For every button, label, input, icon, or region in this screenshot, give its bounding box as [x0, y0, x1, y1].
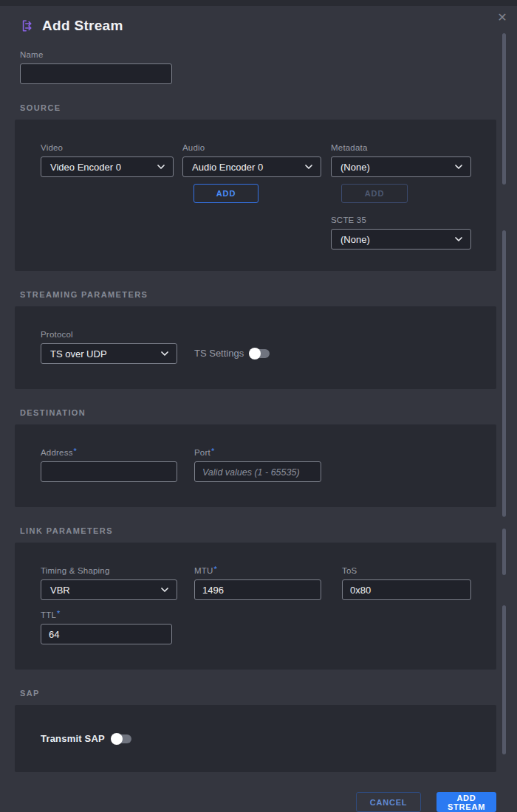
section-title-destination: DESTINATION	[20, 408, 496, 417]
streaming-panel: Protocol TS over UDP TS Settings	[15, 306, 496, 389]
address-label: Address*	[41, 448, 177, 457]
chevron-down-icon	[305, 165, 312, 169]
destination-panel: Address* Port*	[15, 424, 496, 507]
scrollbar-thumb[interactable]	[502, 529, 506, 575]
add-audio-button[interactable]: ADD	[194, 184, 258, 203]
section-title-source: SOURCE	[20, 103, 496, 112]
add-stream-dialog: ✕ Add Stream Name SOURCE Video Video Enc…	[0, 6, 517, 812]
metadata-select[interactable]: (None)	[331, 156, 471, 177]
ts-settings-toggle[interactable]	[250, 349, 270, 358]
ttl-input[interactable]	[41, 624, 172, 644]
add-metadata-button-disabled: ADD	[341, 184, 408, 203]
port-label: Port*	[194, 448, 321, 457]
tos-label: ToS	[342, 566, 471, 575]
sap-panel: Transmit SAP	[15, 705, 496, 772]
required-asterisk: *	[211, 447, 214, 455]
transmit-sap-label: Transmit SAP	[41, 733, 105, 744]
port-input[interactable]	[194, 461, 321, 482]
audio-label: Audio	[182, 143, 321, 152]
metadata-label: Metadata	[331, 143, 471, 152]
chevron-down-icon	[161, 588, 168, 592]
source-panel: Video Video Encoder 0 Audio Audio Encode…	[15, 120, 496, 271]
section-title-sap: SAP	[20, 689, 496, 698]
timing-shaping-select[interactable]: VBR	[41, 579, 177, 600]
chevron-down-icon	[157, 165, 165, 169]
tos-input[interactable]	[342, 579, 471, 600]
section-title-link: LINK PARAMETERS	[20, 526, 496, 535]
video-label: Video	[41, 143, 174, 152]
close-icon[interactable]: ✕	[493, 9, 511, 27]
video-select[interactable]: Video Encoder 0	[41, 156, 174, 177]
scrollbar-thumb[interactable]	[502, 33, 506, 185]
protocol-select[interactable]: TS over UDP	[41, 343, 177, 364]
page-title: Add Stream	[42, 18, 123, 34]
section-title-streaming: STREAMING PARAMETERS	[20, 290, 496, 299]
dialog-header: Add Stream	[20, 18, 496, 34]
address-input[interactable]	[41, 461, 177, 482]
required-asterisk: *	[214, 565, 217, 574]
toggle-knob	[111, 733, 123, 745]
link-panel: Timing & Shaping VBR MTU* ToS TTL*	[15, 543, 496, 670]
stream-out-icon	[20, 18, 35, 33]
transmit-sap-toggle[interactable]	[112, 734, 131, 743]
ttl-label: TTL*	[41, 610, 172, 619]
toggle-knob	[249, 348, 261, 359]
protocol-label: Protocol	[41, 330, 177, 339]
mtu-input[interactable]	[194, 579, 321, 600]
chevron-down-icon	[455, 237, 462, 241]
scte35-label: SCTE 35	[331, 216, 471, 224]
required-asterisk: *	[57, 609, 60, 618]
audio-select[interactable]: Audio Encoder 0	[182, 156, 321, 177]
timing-shaping-label: Timing & Shaping	[41, 566, 177, 575]
cancel-button[interactable]: CANCEL	[356, 792, 421, 812]
ts-settings-label: TS Settings	[194, 348, 244, 359]
scte35-select[interactable]: (None)	[331, 229, 471, 250]
name-label: Name	[20, 50, 172, 59]
chevron-down-icon	[161, 351, 168, 356]
required-asterisk: *	[74, 447, 77, 455]
chevron-down-icon	[455, 165, 462, 169]
name-input[interactable]	[20, 63, 172, 84]
scrollbar-thumb[interactable]	[502, 230, 506, 517]
scrollbar-thumb[interactable]	[502, 605, 506, 754]
dialog-footer: CANCEL ADD STREAM	[15, 792, 496, 812]
add-stream-button[interactable]: ADD STREAM	[436, 792, 496, 812]
mtu-label: MTU*	[194, 566, 321, 575]
